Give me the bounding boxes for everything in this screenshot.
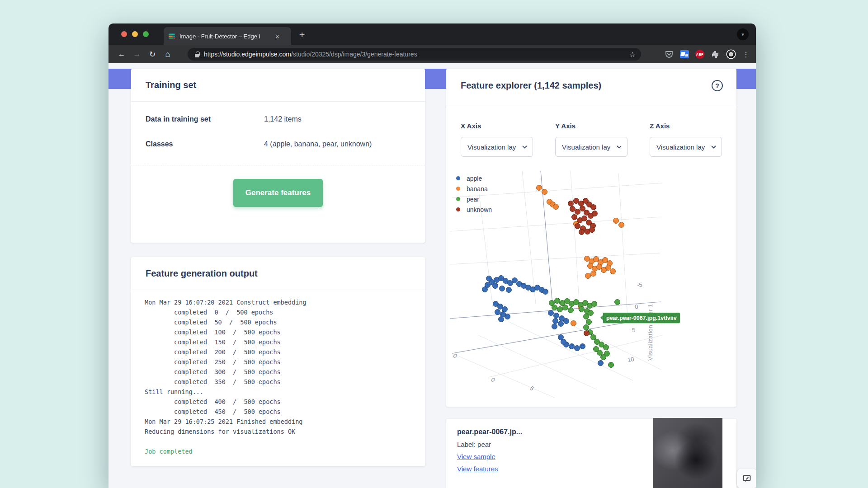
axis-column: Z AxisVisualization lay	[650, 122, 722, 157]
scatter-point-unknown[interactable]	[590, 204, 596, 210]
extensions-puzzle-icon[interactable]	[711, 50, 720, 59]
scatter-point-apple[interactable]	[499, 286, 505, 291]
training-row: Data in training set1,142 items	[146, 115, 410, 123]
scatter-point-pear[interactable]	[568, 307, 574, 313]
chevron-down-icon	[711, 145, 716, 149]
scatter-point-banana[interactable]	[571, 320, 576, 326]
select-value: Visualization lay	[562, 143, 610, 151]
y-tick-label: 10	[627, 356, 634, 363]
close-window-button[interactable]	[121, 31, 127, 37]
maximize-window-button[interactable]	[143, 31, 149, 37]
row-value: 1,142 items	[264, 115, 302, 123]
lock-icon	[195, 52, 199, 57]
scatter-point-banana[interactable]	[542, 189, 547, 195]
scatter-point-banana[interactable]	[553, 204, 559, 210]
y-tick-label: -5	[637, 281, 643, 288]
scatter-point-apple[interactable]	[563, 318, 569, 324]
training-set-card: Training set Data in training set1,142 i…	[131, 69, 425, 243]
browser-tab[interactable]: Image - Fruit-Detector – Edge I ×	[164, 27, 291, 45]
scatter-point-apple[interactable]	[498, 316, 504, 322]
tab-close-icon[interactable]: ×	[275, 33, 279, 40]
training-row: Classes4 (apple, banana, pear, unknown)	[146, 140, 410, 148]
back-icon[interactable]: ←	[114, 50, 129, 59]
legend-item-banana[interactable]: banana	[456, 183, 492, 194]
row-label: Classes	[146, 140, 264, 148]
scatter-point-pear[interactable]	[586, 319, 592, 325]
reload-icon[interactable]: ↻	[145, 50, 160, 59]
home-icon[interactable]: ⌂	[160, 50, 175, 59]
z-axis-select[interactable]: Visualization lay	[650, 137, 722, 157]
scatter-point-apple[interactable]	[486, 276, 492, 282]
generate-features-button[interactable]: Generate features	[233, 179, 323, 207]
browser-menu-icon[interactable]: ⋮	[742, 50, 750, 59]
axis-controls: X AxisVisualization layY AxisVisualizati…	[461, 122, 722, 157]
help-icon[interactable]: ?	[712, 80, 723, 91]
axis-label: X Axis	[461, 122, 533, 130]
adblock-plus-icon[interactable]: ABP	[695, 50, 704, 59]
select-value: Visualization lay	[656, 143, 705, 151]
z-axis-label: Visualization layer 1	[647, 304, 654, 361]
browser-toolbar: ← → ↻ ⌂ https://studio.edgeimpulse.com/s…	[108, 45, 756, 63]
feature-output-card: Feature generation output Mon Mar 29 16:…	[131, 257, 425, 466]
legend-item-unknown[interactable]: unknown	[456, 204, 492, 215]
console-output: Mon Mar 29 16:07:20 2021 Construct embed…	[145, 297, 411, 456]
scatter-point-apple[interactable]	[561, 339, 566, 345]
axis-label: Z Axis	[650, 122, 722, 130]
feedback-annotate-icon	[742, 474, 751, 483]
sample-detail-card: pear.pear-0067.jp... Label: pear View sa…	[446, 419, 736, 488]
feedback-button[interactable]	[737, 469, 756, 488]
edge-impulse-favicon	[168, 33, 175, 40]
scatter-point-apple[interactable]	[580, 343, 585, 349]
browser-profile-icon[interactable]: ▾	[737, 28, 749, 40]
row-label: Data in training set	[146, 115, 264, 123]
scatter-point-banana[interactable]	[585, 273, 591, 279]
scatter-point-pear[interactable]	[552, 305, 557, 310]
y-axis-select[interactable]: Visualization lay	[555, 137, 627, 157]
scatter-point-pear[interactable]	[614, 299, 620, 305]
chevron-down-icon	[617, 145, 622, 149]
sample-image-thumbnail	[653, 418, 722, 488]
scatter-point-pear[interactable]	[608, 362, 614, 368]
bookmark-star-icon[interactable]: ☆	[629, 50, 636, 59]
legend-dot	[456, 207, 460, 211]
scatter-point-banana[interactable]	[590, 271, 596, 277]
address-bar[interactable]: https://studio.edgeimpulse.com/studio/20…	[188, 48, 641, 61]
legend-item-apple[interactable]: apple	[456, 173, 492, 183]
pocket-extension-icon[interactable]	[665, 50, 674, 59]
scatter-point-banana[interactable]	[536, 185, 542, 191]
scatter-point-apple[interactable]	[569, 343, 575, 349]
profile-avatar-icon[interactable]	[726, 49, 736, 59]
scatter-point-apple[interactable]	[505, 314, 510, 319]
scatter-point-unknown[interactable]	[579, 229, 585, 235]
feature-output-title: Feature generation output	[131, 257, 425, 279]
divider	[131, 290, 425, 290]
legend-label: unknown	[467, 206, 492, 213]
tab-title: Image - Fruit-Detector – Edge I	[179, 33, 274, 40]
scatter-point-unknown[interactable]	[589, 227, 595, 233]
scatter-point-apple[interactable]	[552, 324, 557, 329]
feature-scatter-plot[interactable]: Visualization layer 1 applebananapearunk…	[450, 169, 665, 398]
scatter-point-apple[interactable]	[482, 286, 488, 292]
browser-window: Image - Fruit-Detector – Edge I × + ▾ ← …	[108, 23, 756, 488]
legend-label: apple	[467, 175, 482, 182]
axis-label: Y Axis	[555, 122, 627, 130]
url-text[interactable]: https://studio.edgeimpulse.com/studio/20…	[204, 51, 417, 58]
point-tooltip: pear.pear-0067.jpg.1vtlviiv	[603, 313, 680, 323]
scatter-point-unknown[interactable]	[571, 214, 577, 220]
screenshot-extension-icon[interactable]	[680, 50, 689, 58]
plot-legend: applebananapearunknown	[456, 173, 492, 215]
minimize-window-button[interactable]	[132, 31, 138, 37]
scatter-point-pear[interactable]	[603, 344, 609, 350]
scatter-point-unknown[interactable]	[592, 211, 598, 216]
forward-icon[interactable]: →	[129, 50, 145, 59]
feature-explorer-title: Feature explorer (1,142 samples)	[461, 80, 601, 91]
scatter-point-apple[interactable]	[542, 289, 548, 295]
page-content: Training set Data in training set1,142 i…	[108, 63, 756, 488]
axis-column: X AxisVisualization lay	[461, 122, 533, 157]
new-tab-button[interactable]: +	[299, 30, 305, 39]
legend-item-pear[interactable]: pear	[456, 194, 492, 204]
legend-dot	[456, 197, 460, 201]
legend-dot	[456, 187, 460, 191]
x-axis-select[interactable]: Visualization lay	[461, 137, 533, 157]
chevron-down-icon	[522, 145, 527, 149]
